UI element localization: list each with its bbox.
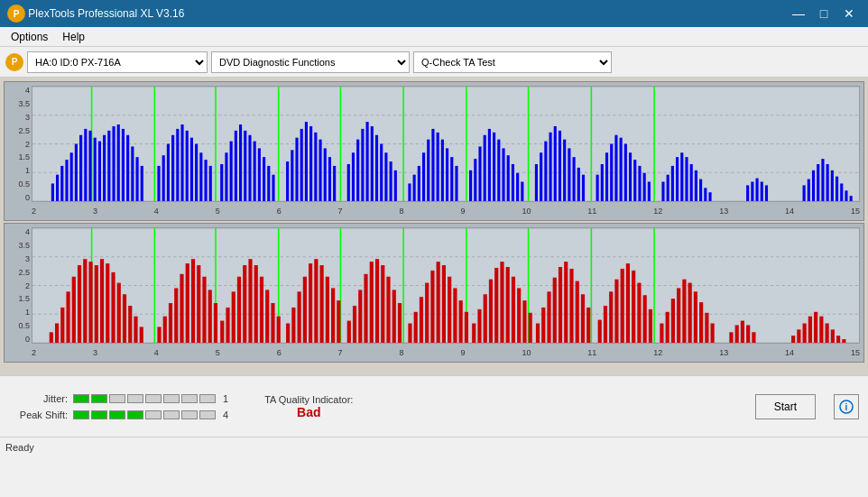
svg-rect-219 xyxy=(353,306,356,343)
svg-rect-35 xyxy=(157,166,160,201)
svg-rect-248 xyxy=(522,300,526,343)
status-text: Ready xyxy=(5,442,34,453)
svg-rect-178 xyxy=(100,259,104,343)
svg-rect-270 xyxy=(660,324,663,343)
function-select[interactable]: DVD Diagnostic Functions xyxy=(211,51,410,73)
svg-rect-115 xyxy=(596,175,599,201)
svg-rect-135 xyxy=(699,179,702,201)
svg-rect-118 xyxy=(610,144,613,202)
svg-rect-133 xyxy=(690,164,693,201)
svg-rect-206 xyxy=(271,303,274,343)
svg-rect-142 xyxy=(765,185,768,201)
svg-rect-16 xyxy=(56,175,59,201)
svg-rect-258 xyxy=(581,294,585,343)
svg-rect-174 xyxy=(78,265,81,343)
svg-rect-237 xyxy=(459,300,463,343)
svg-rect-290 xyxy=(819,317,823,343)
jitter-seg-4 xyxy=(127,394,143,403)
svg-rect-112 xyxy=(573,157,576,201)
start-button[interactable]: Start xyxy=(755,394,816,419)
svg-rect-284 xyxy=(752,332,755,343)
svg-rect-292 xyxy=(831,329,835,343)
svg-rect-209 xyxy=(291,308,295,343)
svg-rect-201 xyxy=(243,265,246,343)
svg-rect-73 xyxy=(361,129,364,201)
svg-rect-230 xyxy=(420,297,423,343)
svg-rect-266 xyxy=(632,271,635,343)
svg-rect-287 xyxy=(803,324,807,343)
svg-rect-139 xyxy=(751,182,753,201)
svg-rect-82 xyxy=(413,175,416,201)
svg-rect-176 xyxy=(88,262,92,343)
svg-rect-58 xyxy=(272,175,274,201)
jitter-meter xyxy=(73,394,216,403)
jitter-seg-5 xyxy=(145,394,162,403)
svg-rect-75 xyxy=(371,126,374,201)
bottom-chart: 0 0.5 1 1.5 2 2.5 3 3.5 4 xyxy=(4,223,864,363)
svg-rect-153 xyxy=(850,196,853,201)
svg-rect-175 xyxy=(83,259,87,343)
svg-rect-288 xyxy=(808,317,812,343)
bottom-chart-svg xyxy=(32,228,859,343)
drive-select[interactable]: HA:0 ID:0 PX-716A xyxy=(27,51,208,73)
minimize-button[interactable]: — xyxy=(787,5,810,23)
test-select[interactable]: Q-Check TA Test xyxy=(413,51,612,73)
svg-rect-217 xyxy=(337,300,340,343)
svg-rect-125 xyxy=(643,173,646,201)
svg-rect-29 xyxy=(117,124,120,201)
svg-rect-84 xyxy=(422,152,425,201)
svg-rect-52 xyxy=(244,131,246,201)
svg-rect-265 xyxy=(626,263,630,343)
app-title: PlexTools Professional XL V3.16 xyxy=(28,7,787,20)
svg-rect-264 xyxy=(621,269,624,343)
info-button[interactable]: i xyxy=(834,394,859,419)
svg-rect-144 xyxy=(808,179,810,201)
svg-rect-278 xyxy=(705,313,708,343)
svg-rect-42 xyxy=(190,138,193,201)
ta-quality-value: Bad xyxy=(297,405,320,419)
svg-rect-227 xyxy=(398,303,402,343)
svg-rect-197 xyxy=(220,321,224,343)
svg-rect-268 xyxy=(643,295,647,343)
svg-rect-129 xyxy=(671,166,674,201)
peak-seg-4 xyxy=(127,410,143,419)
toolbar: P HA:0 ID:0 PX-716A DVD Diagnostic Funct… xyxy=(0,47,868,78)
svg-rect-46 xyxy=(209,166,212,201)
svg-rect-232 xyxy=(430,271,434,343)
svg-rect-47 xyxy=(220,164,223,201)
close-button[interactable]: ✕ xyxy=(837,5,861,23)
svg-rect-196 xyxy=(214,303,217,343)
svg-rect-235 xyxy=(448,277,451,343)
menu-help[interactable]: Help xyxy=(55,29,92,45)
svg-rect-277 xyxy=(699,302,703,343)
svg-rect-102 xyxy=(516,173,519,201)
svg-rect-111 xyxy=(568,148,570,201)
svg-rect-172 xyxy=(66,291,69,343)
svg-rect-121 xyxy=(624,144,627,202)
svg-rect-70 xyxy=(347,164,350,201)
svg-rect-62 xyxy=(300,129,303,201)
svg-rect-15 xyxy=(51,183,54,201)
svg-rect-229 xyxy=(414,312,418,343)
svg-rect-193 xyxy=(197,265,200,343)
menu-options[interactable]: Options xyxy=(4,29,55,45)
svg-rect-259 xyxy=(586,308,590,343)
peak-shift-meter xyxy=(73,410,216,419)
jitter-seg-2 xyxy=(91,394,107,403)
svg-rect-233 xyxy=(437,262,440,343)
svg-rect-55 xyxy=(258,148,261,201)
svg-rect-183 xyxy=(128,306,132,343)
svg-rect-49 xyxy=(230,142,233,201)
app-icon: P xyxy=(7,5,25,23)
svg-rect-33 xyxy=(136,157,139,201)
svg-rect-113 xyxy=(577,168,580,201)
svg-rect-71 xyxy=(352,152,355,201)
svg-rect-50 xyxy=(235,131,237,201)
svg-rect-234 xyxy=(442,265,446,343)
svg-rect-72 xyxy=(356,140,359,201)
svg-rect-194 xyxy=(202,277,206,343)
svg-rect-291 xyxy=(826,324,829,343)
svg-rect-127 xyxy=(661,182,664,201)
svg-rect-198 xyxy=(226,308,229,343)
maximize-button[interactable]: □ xyxy=(812,5,836,23)
